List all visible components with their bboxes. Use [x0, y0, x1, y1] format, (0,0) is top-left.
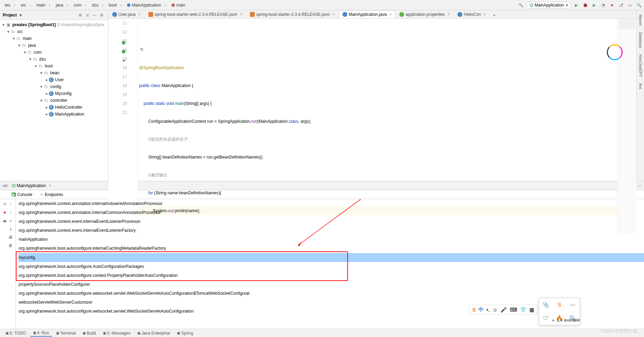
module-icon: ▣: [6, 22, 11, 27]
breadcrumb-item[interactable]: MainApplication: [124, 2, 169, 8]
tree-node[interactable]: ▾🗀controller: [1, 97, 108, 104]
breadcrumb-item[interactable]: com: [71, 2, 89, 8]
exit-icon[interactable]: ⏏: [3, 218, 7, 223]
plugin-badge-icon[interactable]: [607, 44, 623, 60]
status-bar-button[interactable]: ▣6: TODO: [3, 330, 29, 336]
close-icon[interactable]: ×: [484, 12, 486, 17]
navigation-bar: tessrcmainjavacomdzuboot MainApplication…: [0, 0, 644, 10]
status-bar-button[interactable]: ▣Spring: [174, 330, 196, 336]
project-tool-window: Project ⊕ ⇲ — ⚙ ▾▣ preates [SpringBoot1]…: [0, 10, 108, 181]
editor-tab[interactable]: User.java×: [108, 10, 145, 18]
tree-node[interactable]: ▾🗀config: [1, 83, 108, 90]
ime-keyboard-icon[interactable]: ⌨: [510, 307, 517, 313]
run-config-selector[interactable]: MainApplication: [527, 2, 570, 9]
watermark: CSDN @程序小旭: [601, 328, 637, 334]
tree-node[interactable]: ▾🗀java: [1, 42, 108, 49]
breadcrumb-item[interactable]: tes: [2, 2, 18, 8]
update-notice[interactable]: ● .1.4 available: [552, 318, 580, 323]
editor-tab[interactable]: HelloCon×: [454, 10, 489, 18]
shield-icon[interactable]: 🛡: [543, 315, 549, 322]
close-icon[interactable]: ×: [389, 12, 392, 17]
close-icon[interactable]: ×: [240, 12, 242, 17]
project-root-name: preates [SpringBoot1]: [12, 22, 56, 27]
status-bar-button[interactable]: ▣Java Enterprise: [135, 330, 173, 336]
tool-window-button[interactable]: Database: [638, 32, 643, 48]
search-icon[interactable]: 🔍: [636, 2, 642, 8]
run-label: un:: [3, 183, 9, 188]
tree-node[interactable]: ▾🗀boot: [1, 63, 108, 69]
status-bar-button[interactable]: ▣0: Messages: [100, 330, 133, 336]
rerun-icon[interactable]: ⟳: [3, 202, 7, 207]
ime-emoji-icon[interactable]: ☺: [493, 307, 498, 313]
ime-toolbar[interactable]: S 中 •, ☺ 🎤 ⌨ 👕 ▦: [469, 305, 537, 315]
tool-window-button[interactable]: Ant: [638, 83, 643, 89]
status-bar-button[interactable]: ▣Terminal: [53, 330, 78, 336]
close-icon[interactable]: ×: [447, 12, 450, 17]
coverage-icon[interactable]: ▶: [591, 2, 597, 8]
console-icon: ▶: [12, 193, 16, 196]
print-icon[interactable]: 🖶: [9, 235, 13, 240]
project-root-path: D:\mianshi\springboot\pre: [57, 22, 104, 27]
console-tab[interactable]: ▶Console: [10, 192, 34, 198]
ime-skin-icon[interactable]: 👕: [520, 307, 527, 313]
breadcrumb-item[interactable]: java: [53, 2, 71, 8]
select-opened-icon[interactable]: ⊕: [77, 13, 84, 18]
breadcrumb-item[interactable]: dzu: [89, 2, 106, 8]
down-icon[interactable]: ↓: [10, 210, 12, 215]
layout-icon[interactable]: ▭: [627, 2, 633, 8]
up-icon[interactable]: ↑: [10, 202, 12, 207]
breadcrumb-item[interactable]: boot: [106, 2, 124, 8]
status-bar: ▣6: TODO▣4: Run▣Terminal▣Build▣0: Messag…: [0, 329, 644, 337]
tool-window-button[interactable]: NexChatGPT: [638, 54, 643, 77]
stop-icon[interactable]: ■: [3, 210, 6, 215]
run-config-icon: [530, 3, 533, 7]
ime-mic-icon[interactable]: 🎤: [500, 307, 507, 313]
settings-icon[interactable]: ⚙: [98, 13, 105, 18]
close-icon[interactable]: ×: [49, 183, 51, 188]
delete-icon[interactable]: 🗑: [9, 243, 13, 248]
build-icon[interactable]: 🔨: [518, 2, 524, 8]
scroll-icon[interactable]: ⤓: [9, 227, 12, 231]
run-icon[interactable]: ▶: [573, 2, 579, 8]
project-view-selector[interactable]: Project: [3, 13, 22, 18]
editor-tab[interactable]: spring-boot-starter-web-2.3.4.RELEASE.po…: [145, 10, 246, 18]
expand-icon[interactable]: ⇲: [84, 13, 91, 18]
git-icon[interactable]: ⎇: [618, 2, 624, 8]
ime-lang[interactable]: 中: [478, 306, 484, 313]
profile-icon[interactable]: ◔: [600, 2, 606, 8]
sogou-tray-icon[interactable]: S: [558, 302, 561, 308]
tree-node[interactable]: ▾🗀main: [1, 35, 108, 42]
editor-tab[interactable]: MainApplication.java×: [339, 10, 395, 18]
tool-window-button[interactable]: Maven: [638, 14, 643, 26]
clip-icon[interactable]: 📎: [542, 302, 549, 308]
breadcrumb-item[interactable]: main: [34, 2, 53, 8]
tree-node[interactable]: ▾🗀com: [1, 49, 108, 56]
close-icon[interactable]: ×: [332, 12, 335, 17]
editor-tab[interactable]: application.properties×: [395, 10, 454, 18]
minimize-icon[interactable]: —: [637, 183, 641, 188]
more-icon[interactable]: ⋯: [570, 302, 576, 308]
tree-node[interactable]: ▾🗀bean: [1, 69, 108, 76]
status-bar-button[interactable]: ▣4: Run: [30, 330, 52, 337]
tree-node[interactable]: ▾🗀src: [1, 28, 108, 35]
tree-node[interactable]: ▾🗀dzu: [1, 56, 108, 63]
wrap-icon[interactable]: ⤶: [9, 218, 12, 223]
ime-punct-icon[interactable]: •,: [486, 307, 489, 313]
stop-icon[interactable]: ■: [609, 2, 615, 8]
tabs-dropdown-icon[interactable]: ⌄: [490, 11, 499, 18]
collapse-icon[interactable]: —: [91, 13, 98, 18]
status-bar-button[interactable]: ▣Build: [80, 330, 99, 336]
tree-node[interactable]: ▸CMainApplication: [1, 111, 108, 118]
project-tree[interactable]: ▾▣ preates [SpringBoot1] D:\mianshi\spri…: [0, 20, 108, 181]
ime-tool-icon[interactable]: ▦: [529, 307, 534, 313]
close-icon[interactable]: ×: [138, 12, 141, 17]
breadcrumb-item[interactable]: main: [169, 2, 191, 8]
run-tab[interactable]: MainApplication ×: [12, 183, 51, 188]
debug-icon[interactable]: 🐞: [582, 2, 588, 8]
breadcrumb-item[interactable]: src: [18, 2, 34, 8]
endpoints-tab[interactable]: ✶Endpoints: [39, 192, 64, 198]
tree-node[interactable]: ▸CUser: [1, 76, 108, 83]
editor-tab[interactable]: spring-boot-starter-2.3.4.RELEASE.pom×: [246, 10, 339, 18]
tree-node[interactable]: ▸CMyconfig: [1, 90, 108, 97]
tree-node[interactable]: ▸CHelloController: [1, 104, 108, 111]
